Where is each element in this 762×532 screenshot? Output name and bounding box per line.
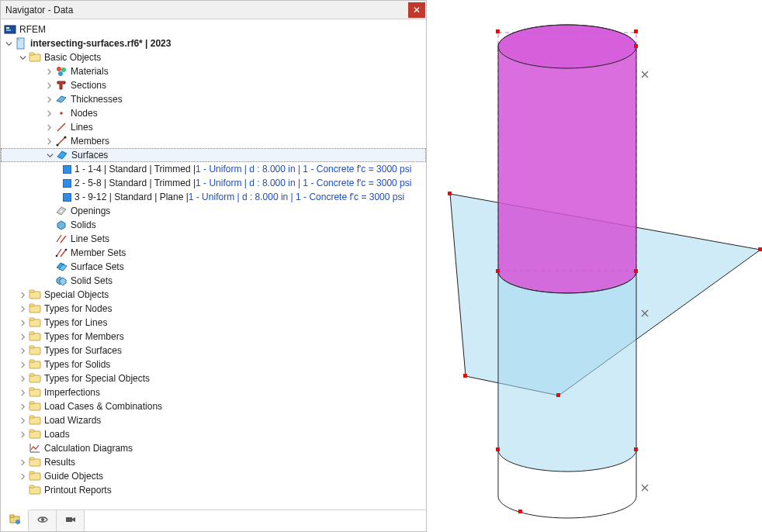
tree-special-objects[interactable]: Special Objects: [1, 288, 426, 302]
tree-types-for-members[interactable]: Types for Members: [1, 330, 426, 344]
svg-rect-45: [29, 472, 34, 474]
surface-3-prefix: 3 - 9-12 | Standard | Plane |: [74, 192, 189, 202]
sections-label: Sections: [71, 80, 106, 91]
tree-lines[interactable]: Lines: [1, 120, 426, 134]
tree-surface-2[interactable]: 2 - 5-8 | Standard | Trimmed | 1 - Unifo…: [1, 176, 426, 190]
calc-diagrams-label: Calculation Diagrams: [44, 443, 133, 454]
chevron-down-icon[interactable]: [18, 53, 27, 62]
svg-line-16: [57, 249, 61, 256]
chevron-right-icon[interactable]: [18, 304, 27, 313]
tab-show[interactable]: [29, 510, 57, 531]
tree-members[interactable]: Members: [1, 134, 426, 148]
chevron-right-icon[interactable]: [18, 458, 27, 467]
tree-types-for-lines[interactable]: Types for Lines: [1, 316, 426, 330]
chevron-right-icon[interactable]: [18, 374, 27, 383]
tab-views[interactable]: [57, 510, 85, 531]
svg-point-19: [65, 249, 68, 251]
chevron-right-icon[interactable]: [44, 123, 54, 132]
tree-sections[interactable]: Sections: [1, 78, 426, 92]
svg-rect-62: [556, 393, 560, 397]
folder-icon: [29, 288, 41, 301]
tree-load-wizards[interactable]: Load Wizards: [1, 413, 426, 427]
tree-member-sets[interactable]: · Member Sets: [1, 246, 426, 260]
svg-rect-1: [6, 27, 9, 29]
chevron-right-icon[interactable]: [18, 402, 27, 411]
svg-rect-41: [29, 430, 34, 432]
svg-rect-67: [518, 510, 522, 513]
tree-imperfections[interactable]: Imperfections: [1, 385, 426, 399]
surface-2-link[interactable]: 1 - Uniform | d : 8.000 in | 1 - Concret…: [196, 178, 411, 188]
tree-line-sets[interactable]: · Line Sets: [1, 232, 426, 246]
tree-materials[interactable]: Materials: [1, 64, 426, 78]
navigator-tree[interactable]: RFEM intersecting-surfaces.rf6* | 2023 B…: [1, 19, 426, 510]
chevron-right-icon[interactable]: [18, 416, 27, 425]
svg-rect-2: [6, 29, 11, 31]
chevron-right-icon[interactable]: [44, 81, 54, 90]
chevron-right-icon[interactable]: [44, 109, 54, 118]
types-for-surfaces-label: Types for Surfaces: [44, 345, 122, 356]
chevron-right-icon[interactable]: [18, 290, 27, 299]
folder-icon: [29, 386, 41, 399]
tree-guide-objects[interactable]: Guide Objects: [1, 469, 426, 483]
tree-root-rfem[interactable]: RFEM: [1, 22, 426, 36]
chevron-right-icon[interactable]: [18, 332, 27, 341]
folder-icon: [29, 400, 41, 413]
calc-diagrams-icon: [29, 442, 41, 454]
tree-surface-1[interactable]: 1 - 1-4 | Standard | Trimmed | 1 - Unifo…: [1, 162, 426, 176]
surface-1-prefix: 1 - 1-4 | Standard | Trimmed |: [74, 164, 196, 174]
tree-types-for-surfaces[interactable]: Types for Surfaces: [1, 344, 426, 358]
tree-types-for-special-objects[interactable]: Types for Special Objects: [1, 371, 426, 385]
tree-surface-sets[interactable]: · Surface Sets: [1, 260, 426, 274]
tree-thicknesses[interactable]: Thicknesses: [1, 92, 426, 106]
tree-results[interactable]: Results: [1, 455, 426, 469]
line-sets-label: Line Sets: [71, 233, 109, 244]
tree-loads[interactable]: Loads: [1, 427, 426, 441]
svg-rect-29: [29, 346, 34, 348]
tree-basic-objects[interactable]: Basic Objects: [1, 50, 426, 64]
imperfections-label: Imperfections: [44, 387, 100, 398]
chevron-right-icon[interactable]: [44, 67, 54, 76]
members-label: Members: [71, 136, 109, 147]
types-for-members-label: Types for Members: [44, 331, 124, 342]
folder-icon: [29, 316, 41, 329]
tree-nodes[interactable]: Nodes: [1, 106, 426, 120]
svg-line-11: [57, 137, 65, 145]
chevron-right-icon[interactable]: [44, 136, 54, 146]
chevron-down-icon[interactable]: [4, 39, 13, 48]
thicknesses-label: Thicknesses: [71, 94, 123, 105]
chevron-right-icon[interactable]: [18, 360, 27, 369]
chevron-right-icon[interactable]: [18, 388, 27, 397]
chevron-right-icon[interactable]: [44, 95, 54, 104]
tree-file[interactable]: intersecting-surfaces.rf6* | 2023: [1, 36, 426, 50]
svg-rect-66: [634, 447, 638, 451]
svg-point-6: [57, 67, 61, 71]
printout-reports-label: Printout Reports: [44, 485, 112, 496]
model-viewport[interactable]: [427, 0, 762, 532]
surface-1-link[interactable]: 1 - Uniform | d : 8.000 in | 1 - Concret…: [196, 164, 411, 174]
tree-load-cases-combinations[interactable]: Load Cases & Combinations: [1, 399, 426, 413]
chevron-right-icon[interactable]: [18, 318, 27, 327]
tree-solids[interactable]: · Solids: [1, 218, 426, 232]
tree-openings[interactable]: · Openings: [1, 204, 426, 218]
chevron-right-icon[interactable]: [18, 472, 27, 481]
chevron-right-icon[interactable]: [18, 430, 27, 439]
bottom-tabs: [1, 510, 426, 531]
tree-types-for-solids[interactable]: Types for Solids: [1, 358, 426, 371]
tab-data[interactable]: [1, 510, 29, 530]
tree-calculation-diagrams[interactable]: · Calculation Diagrams: [1, 441, 426, 455]
tree-solid-sets[interactable]: · Solid Sets: [1, 274, 426, 288]
surfaces-label: Surfaces: [71, 150, 108, 161]
chevron-right-icon[interactable]: [18, 346, 27, 355]
tree-surfaces[interactable]: Surfaces: [1, 148, 426, 162]
member-sets-icon: [55, 247, 68, 259]
svg-point-55: [498, 25, 636, 68]
tree-surface-3[interactable]: 3 - 9-12 | Standard | Plane | 1 - Unifor…: [1, 190, 426, 204]
close-button[interactable]: ✕: [408, 2, 425, 18]
tree-printout-reports[interactable]: · Printout Reports: [1, 483, 426, 497]
surface-3-link[interactable]: 1 - Uniform | d : 8.000 in | 1 - Concret…: [189, 192, 404, 202]
folder-icon: [29, 414, 41, 427]
tree-types-for-nodes[interactable]: Types for Nodes: [1, 302, 426, 316]
results-label: Results: [44, 457, 75, 468]
chevron-down-icon[interactable]: [45, 150, 54, 160]
nodes-icon: [55, 107, 68, 119]
